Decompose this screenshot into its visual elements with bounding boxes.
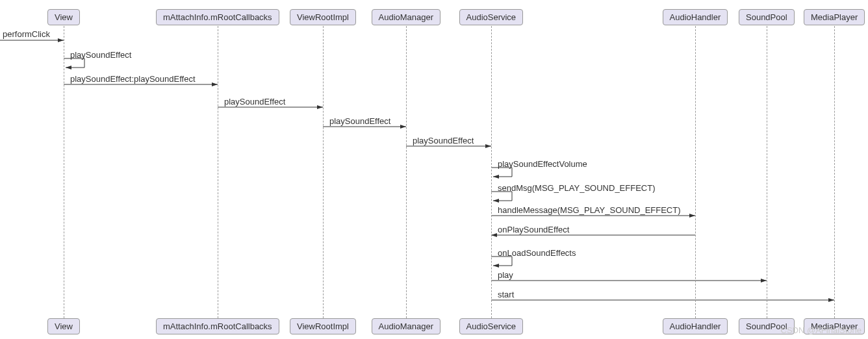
message-label-3: playSoundEffect (224, 97, 285, 107)
message-label-5: playSoundEffect (413, 136, 474, 145)
watermark: CSDN @AFinalStone (781, 325, 862, 335)
lifeline-mediaPlayer (834, 26, 835, 318)
participant-bottom-viewRootImpl: ViewRootImpl (290, 318, 356, 334)
message-label-12: start (498, 290, 514, 299)
participant-top-view: View (47, 9, 80, 25)
participant-bottom-audioManager: AudioManager (372, 318, 441, 334)
participant-bottom-view: View (47, 318, 80, 334)
participant-top-audioHandler: AudioHandler (663, 9, 728, 25)
participant-top-audioManager: AudioManager (372, 9, 441, 25)
message-label-11: play (498, 270, 513, 280)
message-label-8: handleMessage(MSG_PLAY_SOUND_EFFECT) (498, 205, 681, 215)
self-message-1 (64, 58, 84, 68)
message-label-4: playSoundEffect (329, 116, 390, 126)
message-label-1: playSoundEffect (70, 50, 131, 60)
sequence-diagram: ViewViewmAttachInfo.mRootCallbacksmAttac… (0, 0, 868, 339)
participant-top-audioService: AudioService (459, 9, 524, 25)
participant-bottom-audioService: AudioService (459, 318, 524, 334)
message-label-2: playSoundEffect:playSoundEffect (70, 74, 196, 84)
lifeline-audioHandler (695, 26, 696, 318)
participant-bottom-rootCallbacks: mAttachInfo.mRootCallbacks (156, 318, 279, 334)
participant-top-rootCallbacks: mAttachInfo.mRootCallbacks (156, 9, 279, 25)
message-label-9: onPlaySoundEffect (498, 225, 569, 234)
lifeline-audioManager (406, 26, 407, 318)
message-label-7: sendMsg(MSG_PLAY_SOUND_EFFECT) (498, 183, 656, 193)
lifeline-viewRootImpl (323, 26, 324, 318)
message-label-10: onLoadSoundEffects (498, 248, 576, 258)
lifeline-view (64, 26, 64, 318)
participant-top-viewRootImpl: ViewRootImpl (290, 9, 356, 25)
lifeline-rootCallbacks (218, 26, 218, 318)
message-label-0: performClick (3, 29, 50, 39)
participant-top-soundPool: SoundPool (739, 9, 795, 25)
self-message-10 (491, 257, 512, 266)
participant-top-mediaPlayer: MediaPlayer (804, 9, 865, 25)
lifeline-soundPool (767, 26, 767, 318)
participant-bottom-audioHandler: AudioHandler (663, 318, 728, 334)
self-message-6 (491, 168, 512, 177)
message-label-6: playSoundEffectVolume (498, 159, 587, 169)
self-message-7 (491, 192, 512, 201)
lifeline-audioService (491, 26, 492, 318)
